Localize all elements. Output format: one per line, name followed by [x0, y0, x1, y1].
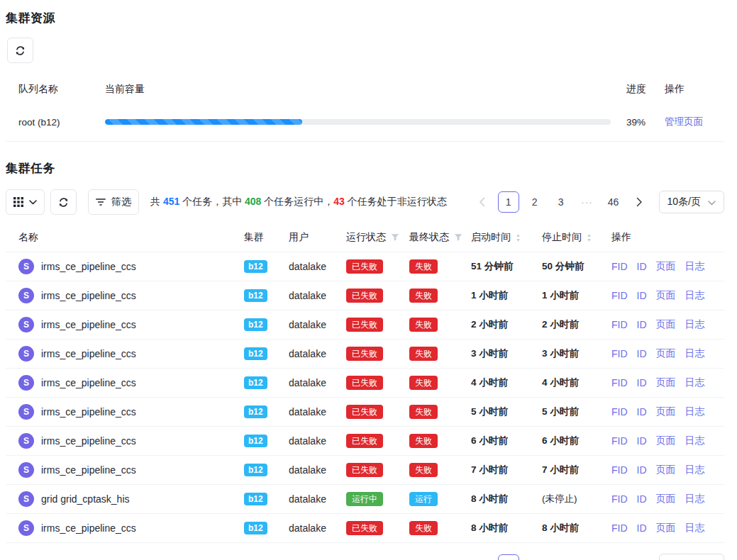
filter-button[interactable]: 筛选: [88, 189, 139, 215]
start-time-cell: 3 小时前: [471, 347, 542, 360]
id-link[interactable]: ID: [637, 377, 647, 388]
sort-carets-icon[interactable]: ▲▼: [516, 233, 521, 243]
fid-link[interactable]: FID: [611, 493, 628, 505]
stop-time: 1 小时前: [542, 289, 579, 302]
cluster-tag: b12: [244, 435, 267, 447]
final-status-badge: 失败: [409, 521, 438, 535]
pagination-ellipsis[interactable]: ···: [577, 554, 598, 560]
spark-avatar: S: [18, 491, 34, 507]
page-link[interactable]: 页面: [656, 464, 676, 476]
col-progress: 进度: [626, 83, 663, 96]
log-link[interactable]: 日志: [685, 522, 705, 534]
tasks-refresh-button[interactable]: [50, 189, 77, 215]
page-link[interactable]: 页面: [656, 493, 676, 505]
task-cluster-cell: b12: [244, 522, 289, 534]
fid-link[interactable]: FID: [611, 435, 628, 447]
fid-link[interactable]: FID: [611, 406, 628, 418]
start-time: 7 小时前: [471, 464, 508, 476]
fid-link[interactable]: FID: [611, 261, 628, 272]
filter-funnel-icon[interactable]: [454, 233, 462, 242]
id-link[interactable]: ID: [637, 290, 647, 301]
page-link[interactable]: 页面: [656, 318, 676, 331]
pagination-page-1[interactable]: 1: [498, 554, 519, 560]
sort-carets-icon[interactable]: ▲▼: [587, 233, 592, 243]
pagination-next-button[interactable]: [629, 554, 650, 560]
run-status-badge: 已失败: [346, 463, 383, 477]
task-cluster-cell: b12: [244, 405, 289, 418]
page-link[interactable]: 页面: [656, 405, 676, 418]
fid-link[interactable]: FID: [611, 522, 628, 534]
fid-link[interactable]: FID: [611, 319, 628, 330]
fid-link[interactable]: FID: [611, 377, 628, 388]
pagination-page-2[interactable]: 2: [524, 191, 545, 213]
pagination-page-2[interactable]: 2: [524, 554, 545, 560]
resources-refresh-button[interactable]: [7, 38, 33, 63]
final-status-cell: 失败: [409, 376, 471, 390]
stop-time: 5 小时前: [542, 405, 579, 418]
id-link[interactable]: ID: [637, 348, 647, 359]
run-status-cell: 已失败: [346, 376, 409, 390]
fid-link[interactable]: FID: [611, 464, 628, 476]
task-actions-cell: FIDID页面日志: [611, 493, 724, 505]
pagination-ellipsis[interactable]: ···: [577, 191, 598, 213]
pagination-page-3[interactable]: 3: [550, 191, 572, 213]
pagination-prev-button[interactable]: [472, 554, 493, 560]
run-status-cell: 已失败: [346, 405, 409, 419]
log-link[interactable]: 日志: [685, 464, 705, 476]
log-link[interactable]: 日志: [685, 289, 705, 302]
task-actions-cell: FIDID页面日志: [611, 260, 724, 273]
filter-funnel-icon[interactable]: [391, 233, 399, 242]
page-link[interactable]: 页面: [656, 522, 676, 534]
page-link[interactable]: 页面: [656, 289, 676, 302]
task-cluster-cell: b12: [244, 493, 289, 505]
final-status-cell: 失败: [409, 259, 471, 274]
task-cluster-cell: b12: [244, 318, 289, 331]
id-link[interactable]: ID: [637, 406, 647, 418]
log-link[interactable]: 日志: [685, 376, 705, 389]
page-link[interactable]: 页面: [656, 435, 676, 447]
table-row: Sgrid grid_cptask_hisb12datalake运行中运行8 小…: [6, 485, 724, 514]
layout-grid-button[interactable]: [6, 189, 45, 215]
id-link[interactable]: ID: [637, 522, 647, 534]
id-link[interactable]: ID: [637, 319, 647, 330]
page-size-select[interactable]: 10条/页: [659, 191, 724, 213]
pagination-page-46[interactable]: 46: [603, 191, 624, 213]
tasks-toolbar: 筛选 共 451 个任务，其中 408 个任务运行中，43 个任务处于非运行状态…: [6, 189, 724, 215]
id-link[interactable]: ID: [637, 261, 647, 272]
page-link[interactable]: 页面: [656, 347, 676, 360]
log-link[interactable]: 日志: [685, 405, 705, 418]
summary-nonrunning-count: 43: [333, 196, 345, 207]
id-link[interactable]: ID: [637, 493, 647, 505]
id-link[interactable]: ID: [637, 435, 647, 447]
cluster-resources-section: 集群资源 队列名称 当前容量 进度 操作 root (b12): [6, 10, 724, 142]
pagination-prev-button[interactable]: [472, 191, 493, 213]
col-queue-name: 队列名称: [6, 83, 105, 96]
log-link[interactable]: 日志: [685, 435, 705, 447]
log-link[interactable]: 日志: [685, 260, 705, 273]
stop-time: 3 小时前: [542, 347, 579, 360]
log-link[interactable]: 日志: [685, 318, 705, 331]
page-link[interactable]: 页面: [656, 376, 676, 389]
tasks-table-body: Sirms_ce_pipeline_ccsb12datalake已失败失败51 …: [6, 252, 724, 543]
start-time: 3 小时前: [471, 347, 508, 360]
manage-page-link[interactable]: 管理页面: [665, 116, 703, 127]
id-link[interactable]: ID: [637, 464, 647, 476]
task-name: irms_ce_pipeline_ccs: [41, 290, 136, 301]
log-link[interactable]: 日志: [685, 347, 705, 360]
log-link[interactable]: 日志: [685, 493, 705, 505]
summary-total-count: 451: [163, 196, 179, 207]
start-time-cell: 5 小时前: [471, 405, 542, 418]
pagination-page-3[interactable]: 3: [550, 554, 572, 560]
page-link[interactable]: 页面: [656, 260, 676, 273]
pagination-page-46[interactable]: 46: [603, 554, 624, 560]
fid-link[interactable]: FID: [611, 290, 628, 301]
run-status-cell: 已失败: [346, 463, 409, 477]
page-size-select[interactable]: 10条/页: [659, 554, 724, 560]
progress-value: 39%: [626, 117, 663, 128]
run-status-cell: 已失败: [346, 434, 409, 448]
pagination-page-1[interactable]: 1: [498, 191, 519, 213]
col-final-label: 最终状态: [409, 231, 449, 244]
cluster-tasks-section: 集群任务: [6, 160, 724, 560]
pagination-next-button[interactable]: [629, 191, 650, 213]
fid-link[interactable]: FID: [611, 348, 628, 359]
